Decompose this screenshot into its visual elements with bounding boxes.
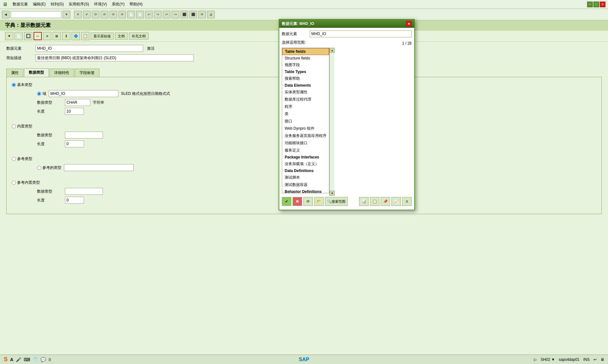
data-element-input[interactable] — [35, 45, 143, 52]
toolbar-btn-2[interactable]: ✔ — [83, 11, 91, 18]
toolbar-btn-5[interactable]: ⟳ — [110, 11, 117, 18]
popup-list-item-structure-fields[interactable]: Structure fields — [282, 55, 329, 61]
ref-type-sub-radio[interactable]: 参考的类型 — [37, 165, 61, 170]
menu-item-system[interactable]: 系统(Y) — [112, 2, 124, 7]
toolbar-btn-9[interactable]: ↩ — [145, 11, 153, 18]
tab-field-labels[interactable]: 字段标签 — [75, 69, 99, 77]
supplement-doc-button[interactable]: 补充文档 — [129, 33, 149, 40]
popup-scrollbar[interactable]: ▲ ▼ — [329, 48, 334, 196]
minimize-button[interactable]: ─ — [587, 2, 593, 7]
popup-list-item-service-def[interactable]: 服务定义 — [282, 147, 329, 154]
mic-icon[interactable]: 🎤 — [16, 357, 21, 362]
popup-list-item-program[interactable]: 程序 — [282, 103, 329, 110]
ref-builtin-length-input[interactable] — [65, 197, 84, 204]
icon-btn-6[interactable]: ≣ — [53, 32, 61, 40]
scroll-down-button[interactable]: ▼ — [330, 191, 335, 196]
popup-data-element-input[interactable] — [310, 30, 412, 37]
icon-btn-5[interactable]: ≡ — [43, 32, 51, 40]
back-button[interactable]: ◀ — [2, 11, 10, 18]
toolbar-btn-16[interactable]: 🖨 — [207, 11, 215, 18]
icon-btn-3[interactable]: 🔲 — [24, 32, 32, 40]
status-icon-1[interactable]: ↩ — [593, 357, 597, 362]
toolbar-btn-12[interactable]: ↪ — [172, 11, 179, 18]
popup-list-item-pkg-if[interactable]: Package Interfaces — [282, 154, 329, 160]
shirt-icon[interactable]: 👕 — [33, 357, 38, 362]
short-desc-input[interactable] — [35, 54, 194, 61]
domain-radio[interactable]: 域 — [37, 91, 46, 96]
menu-item-goto[interactable]: 转到(G) — [51, 2, 64, 7]
popup-rb4[interactable]: 📈 — [391, 197, 401, 206]
data-type-input[interactable] — [65, 99, 90, 106]
popup-close-button[interactable]: ✕ — [406, 21, 412, 27]
grid-icon[interactable]: ⁞⁞ — [48, 357, 51, 362]
toolbar-btn-8[interactable]: 📄 — [136, 11, 144, 18]
domain-input[interactable] — [49, 90, 118, 97]
ref-builtin-radio[interactable]: 参考内置类型 — [12, 180, 40, 185]
tab-detail[interactable]: 详细特性 — [49, 69, 74, 77]
menu-item-help[interactable]: 帮助(H) — [130, 2, 142, 7]
toolbar-btn-7[interactable]: 📄 — [127, 11, 135, 18]
popup-list-item-entity-type[interactable]: 实体类型属性 — [282, 89, 329, 96]
popup-list-item-view-fields[interactable]: 视图字段 — [282, 61, 329, 69]
menu-item-utilities[interactable]: 实用程序(S) — [69, 2, 89, 7]
builtin-type-radio[interactable]: 内置类型 — [12, 124, 32, 129]
popup-list-item-class[interactable]: 类 — [282, 110, 329, 118]
popup-list-item-table-types[interactable]: Table Types — [282, 69, 329, 75]
popup-list-item-web-dynpro[interactable]: Web Dynpro 组件 — [282, 125, 329, 132]
toolbar-btn-6[interactable]: ⟳ — [118, 11, 126, 18]
popup-list-item-bsp[interactable]: 业务服务器页面应用程序 — [282, 132, 329, 139]
popup-open-button[interactable]: 📂 — [314, 197, 324, 206]
toolbar-btn-14[interactable]: ⬛ — [189, 11, 197, 18]
toolbar-btn-4[interactable]: ⟳ — [101, 11, 108, 18]
menu-item-environment[interactable]: 环境(V) — [94, 2, 107, 7]
popup-list-item-db-proc[interactable]: 数据库过程代理 — [282, 96, 329, 103]
menu-item-edit[interactable]: 编辑(E) — [33, 2, 46, 7]
popup-rb3[interactable]: 📌 — [381, 197, 390, 206]
toolbar-btn-1[interactable]: ✕ — [74, 11, 82, 18]
menu-item-data-element[interactable]: 数据元素 — [13, 2, 28, 7]
icon-btn-2[interactable]: 📄 — [15, 32, 23, 40]
popup-list-item-data-def[interactable]: Data Definitions — [282, 168, 329, 174]
popup-confirm-button[interactable]: ✔ — [282, 197, 291, 206]
builtin-length-input[interactable] — [65, 140, 84, 147]
popup-list-item-test-container[interactable]: 测试数据容器 — [282, 181, 329, 188]
close-button[interactable]: ✕ — [600, 2, 605, 7]
popup-list-item-test-script[interactable]: 测试脚本 — [282, 174, 329, 181]
tab-properties[interactable]: 属性 — [6, 69, 23, 77]
popup-list-item-func-mod-if[interactable]: 功能模块接口 — [282, 139, 329, 147]
popup-rb1[interactable]: 📊 — [359, 197, 369, 206]
ref-type-radio[interactable]: 参考类型 — [12, 156, 32, 162]
popup-refresh-button[interactable]: ⟳ — [303, 197, 313, 206]
popup-list-item-data-elements[interactable]: Data Elements — [282, 82, 329, 89]
popup-list-item-search-help[interactable]: 搜索帮助 — [282, 75, 329, 82]
status-icon-2[interactable]: 🖥 — [600, 357, 604, 362]
icon-btn-transfer[interactable]: ↔ — [34, 32, 42, 40]
length-input[interactable] — [65, 108, 84, 115]
popup-rb2[interactable]: 📋 — [370, 197, 379, 206]
command-input[interactable] — [11, 11, 61, 18]
icon-btn-info[interactable]: ℹ — [62, 32, 70, 40]
ref-type-input[interactable] — [64, 164, 134, 171]
popup-list-item-table-fields[interactable]: Table fields — [282, 48, 329, 55]
chat-icon[interactable]: 💬 — [41, 357, 46, 362]
maximize-button[interactable]: □ — [593, 2, 599, 7]
keyboard-icon[interactable]: ⌨ — [24, 357, 30, 362]
dropdown-button[interactable]: ▼ — [63, 11, 70, 18]
popup-list-item-interface[interactable]: 接口 — [282, 118, 329, 125]
toolbar-btn-15[interactable]: ⟳ — [198, 11, 206, 18]
scroll-up-button[interactable]: ▲ — [330, 48, 335, 53]
popup-cancel-button[interactable]: ✖ — [293, 197, 302, 206]
popup-list-item-behavior-def[interactable]: Behavior Definitions — [282, 188, 329, 193]
popup-list[interactable]: Table fieldsStructure fields视图字段Table Ty… — [282, 48, 329, 193]
popup-rb5[interactable]: ≡ — [402, 197, 412, 206]
show-original-button[interactable]: 显示原始值 — [91, 33, 114, 40]
toolbar-btn-13[interactable]: ⬛ — [180, 11, 188, 18]
doc-button[interactable]: 文档 — [115, 33, 128, 40]
tab-data-type[interactable]: 数据类型 — [24, 68, 49, 77]
toolbar-btn-11[interactable]: ↩ — [163, 11, 170, 18]
toolbar-btn-3[interactable]: ⟳ — [92, 11, 99, 18]
popup-list-item-biz-addon[interactable]: 业务加载项（定义） — [282, 160, 329, 168]
ref-builtin-data-type-input[interactable] — [65, 188, 103, 195]
basic-type-radio[interactable]: 基本类型 — [12, 82, 32, 88]
toolbar-btn-10[interactable]: ↪ — [154, 11, 162, 18]
